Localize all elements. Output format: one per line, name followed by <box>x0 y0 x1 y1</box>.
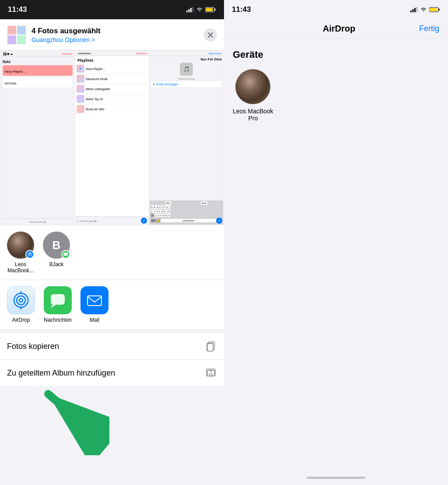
ss2-footer: K. Wiedergabe ▶ <box>77 219 97 222</box>
ss3-dic: Dic <box>165 201 171 205</box>
album-icon <box>205 367 217 379</box>
svg-rect-24 <box>207 344 213 351</box>
ss1-footer: Wiedergabe ▶ <box>29 220 46 223</box>
svg-rect-31 <box>413 9 414 12</box>
mail-app-label: Mail <box>90 317 99 323</box>
svg-text:⚡: ⚡ <box>432 8 435 12</box>
svg-rect-5 <box>215 9 216 11</box>
ss2-item4: Musik der 90er <box>86 108 105 111</box>
device-leos-macbook[interactable]: Leos MacBook Pro <box>233 69 273 122</box>
svg-rect-11 <box>63 253 68 256</box>
svg-rect-2 <box>190 8 192 12</box>
share-header: 4 Fotos ausgewählt Guangzhou Optionen > <box>0 19 224 50</box>
left-panel: 11:43 ⚡ <box>0 0 224 485</box>
contacts-row: Leos MacBook... B BJack <box>0 225 224 280</box>
svg-marker-12 <box>63 256 65 257</box>
svg-rect-0 <box>186 11 188 12</box>
contact-leos[interactable]: Leos MacBook... <box>7 232 34 274</box>
share-title: 4 Fotos ausgewählt <box>32 27 101 35</box>
svg-rect-32 <box>414 8 416 12</box>
mail-app-icon <box>80 286 108 314</box>
ss2-item2: Meine Lieblingstitel <box>86 88 110 91</box>
messages-icon <box>49 292 66 309</box>
battery-icon: ⚡ <box>205 7 216 12</box>
ss2-item0: Neue Playlist ... <box>86 67 105 70</box>
svg-rect-20 <box>88 296 102 306</box>
airdrop-app-icon <box>7 286 35 314</box>
messages-badge <box>61 250 70 259</box>
svg-rect-35 <box>439 9 440 11</box>
svg-text:⚡: ⚡ <box>208 8 211 12</box>
left-status-icons: ⚡ <box>186 7 216 12</box>
app-item-messages[interactable]: Nachrichten <box>44 286 72 323</box>
ss1-sort: Sortieren <box>62 53 73 55</box>
right-status-icons: ⚡ <box>410 7 440 12</box>
messages-badge-icon <box>63 252 68 257</box>
device-avatar-leos <box>235 69 270 104</box>
device-name-leos: Leos MacBook Pro <box>233 108 273 122</box>
action-copy-photos[interactable]: Fotos kopieren <box>0 333 224 360</box>
share-header-left: 4 Fotos ausgewählt Guangzhou Optionen > <box>7 25 101 45</box>
preview-area: ▐▐ ◉ ☁ Sortieren lists Neue Playlist ...… <box>0 50 224 225</box>
ss2-sort: Sortieren <box>136 52 147 55</box>
svg-point-27 <box>210 373 212 376</box>
contact-name-leos-line1: Leos <box>7 261 34 267</box>
messages-app-label: Nachrichten <box>44 317 72 323</box>
svg-point-14 <box>17 296 25 305</box>
share-info: 4 Fotos ausgewählt Guangzhou Optionen > <box>32 27 101 43</box>
airdrop-badge <box>25 250 34 259</box>
ss2-item1: Klassische Musik <box>86 77 108 81</box>
copy-icon <box>205 340 217 352</box>
ss1-label: lists <box>3 58 73 65</box>
svg-marker-19 <box>51 305 56 308</box>
right-panel: 11:43 ⚡ AirDrop Fertig <box>224 0 448 485</box>
actions-section: Fotos kopieren Zu geteiltem Album hinzuf… <box>0 333 224 386</box>
left-status-time: 11:43 <box>8 5 27 14</box>
share-thumbnail <box>7 25 26 45</box>
right-home-indicator <box>224 470 448 485</box>
svg-rect-33 <box>416 7 418 12</box>
svg-rect-1 <box>189 9 190 12</box>
close-icon <box>207 32 214 38</box>
key-space: Leerzeichen <box>161 219 216 222</box>
right-content: Geräte Leos MacBook Pro <box>224 39 448 470</box>
app-item-airdrop[interactable]: AirDrop <box>7 286 35 323</box>
ss3-title: Nur Für Dich <box>151 57 222 61</box>
right-status-time: 11:43 <box>232 5 251 14</box>
messages-app-icon <box>44 286 72 314</box>
right-section-title: Geräte <box>233 49 439 60</box>
ss3-cancel: Abbrechen <box>209 52 221 55</box>
action-add-label: Zu geteiltem Album hinzufügen <box>7 369 115 378</box>
share-subtitle: Guangzhou Optionen > <box>32 36 101 43</box>
contact-bjack[interactable]: B BJack <box>43 232 70 274</box>
right-status-bar: 11:43 ⚡ <box>224 0 448 19</box>
apps-row: AirDrop Nachrichten Mail <box>0 280 224 330</box>
ss3-add: Musik hinzufügen <box>156 83 178 86</box>
key-q: q <box>150 205 153 209</box>
key-return: ✓ <box>216 218 222 224</box>
ss2-item3: Meine Top 25 <box>86 98 103 101</box>
airdrop-badge-icon <box>27 252 32 257</box>
action-copy-label: Fotos kopieren <box>7 342 59 351</box>
airdrop-icon <box>12 291 30 309</box>
action-add-album[interactable]: Zu geteiltem Album hinzufügen <box>0 360 224 386</box>
app-item-mail[interactable]: Mail <box>80 286 108 323</box>
ss3-doc: Doc <box>201 201 207 205</box>
screenshot-2: ‹ Mediathek Sortieren Playlists + Neue P… <box>75 51 149 225</box>
left-status-bar: 11:43 ⚡ <box>0 0 224 19</box>
right-nav: AirDrop Fertig <box>224 19 448 39</box>
contact-name-bjack: BJack <box>49 261 64 267</box>
ss2-title: Playlists <box>77 57 147 64</box>
svg-point-15 <box>19 299 23 302</box>
right-done-button[interactable]: Fertig <box>419 24 439 33</box>
right-signal-icon <box>410 7 418 12</box>
airdrop-app-label: AirDrop <box>12 317 30 323</box>
ss1-status: ▐▐ ◉ ☁ <box>3 52 13 55</box>
share-close-button[interactable] <box>204 28 217 42</box>
contact-name-leos-line2: MacBook... <box>7 267 34 274</box>
svg-rect-18 <box>51 294 65 305</box>
right-battery-icon: ⚡ <box>429 7 440 12</box>
ss1-item1: Neue Playlist ... <box>5 70 26 73</box>
home-bar <box>307 477 365 479</box>
ss1-item2: DoTrans <box>5 82 17 85</box>
